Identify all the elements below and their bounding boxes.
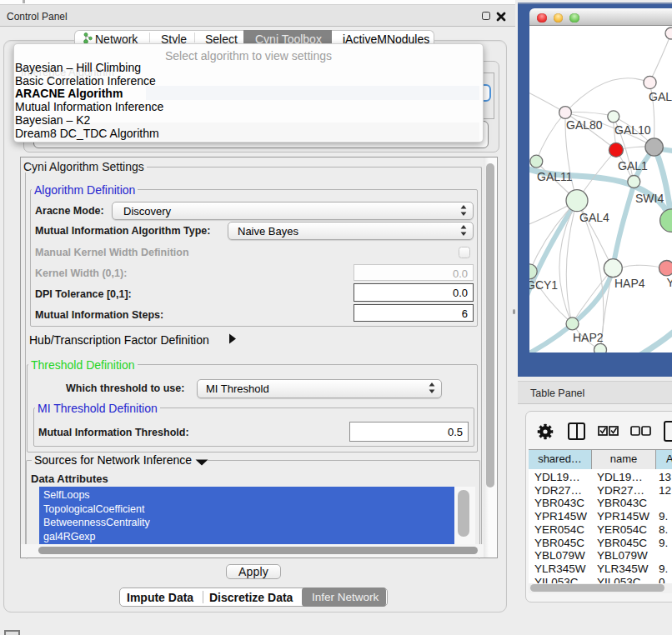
svg-text:GAL1: GAL1 — [618, 159, 648, 172]
svg-text:GAL7: GAL7 — [649, 90, 672, 103]
svg-text:HAP2: HAP2 — [573, 331, 604, 344]
svg-text:GAL4: GAL4 — [579, 211, 609, 224]
svg-text:GAL10: GAL10 — [614, 123, 651, 137]
svg-text:GCY1: GCY1 — [529, 278, 558, 292]
svg-text:Y: Y — [667, 276, 672, 289]
svg-text:HAP4: HAP4 — [614, 277, 645, 290]
svg-text:GAL80: GAL80 — [566, 118, 603, 132]
svg-text:GAL11: GAL11 — [537, 170, 573, 183]
svg-text:SWI4: SWI4 — [635, 192, 664, 205]
